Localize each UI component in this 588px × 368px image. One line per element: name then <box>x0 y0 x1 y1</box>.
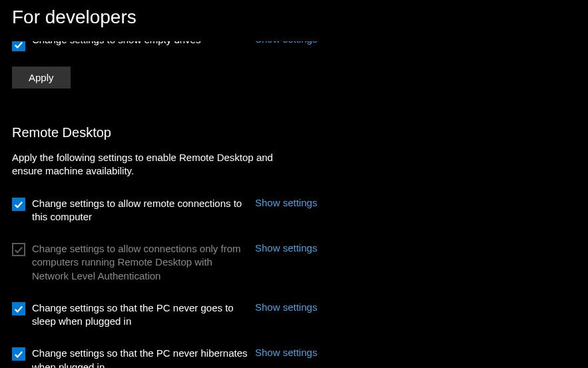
check-icon <box>14 245 23 254</box>
check-icon <box>14 200 23 209</box>
checkbox-network-auth <box>12 243 25 256</box>
checkbox-empty-drives[interactable] <box>12 41 25 51</box>
setting-row-remote-connections: Change settings to allow remote connecti… <box>12 197 588 224</box>
checkbox-never-sleep[interactable] <box>12 302 25 315</box>
check-icon <box>14 304 23 313</box>
show-settings-link[interactable]: Show settings <box>255 301 317 313</box>
setting-row-never-hibernate: Change settings so that the PC never hib… <box>12 347 588 368</box>
setting-row-empty-drives: Change settings to show empty drives Sho… <box>12 41 588 53</box>
setting-label: Change settings so that the PC never goe… <box>32 301 248 329</box>
show-settings-link[interactable]: Show settings <box>255 242 317 254</box>
show-settings-link[interactable]: Show settings <box>255 197 317 208</box>
checkbox-remote-connections[interactable] <box>12 198 25 211</box>
check-icon <box>14 41 23 49</box>
setting-row-never-sleep: Change settings so that the PC never goe… <box>12 301 588 329</box>
setting-row-network-auth: Change settings to allow connections onl… <box>12 242 588 283</box>
setting-label: Change settings so that the PC never hib… <box>32 347 248 368</box>
remote-desktop-description: Apply the following settings to enable R… <box>12 151 292 178</box>
show-settings-link[interactable]: Show settings <box>255 347 317 358</box>
setting-label: Change settings to show empty drives <box>32 41 248 47</box>
check-icon <box>14 349 23 359</box>
remote-desktop-title: Remote Desktop <box>12 125 588 140</box>
show-settings-link[interactable]: Show settings <box>255 41 317 45</box>
page-title: For developers <box>12 7 588 28</box>
checkbox-never-hibernate[interactable] <box>12 347 25 361</box>
setting-label: Change settings to allow remote connecti… <box>32 197 248 224</box>
setting-label: Change settings to allow connections onl… <box>32 242 248 283</box>
apply-button[interactable]: Apply <box>12 67 71 89</box>
